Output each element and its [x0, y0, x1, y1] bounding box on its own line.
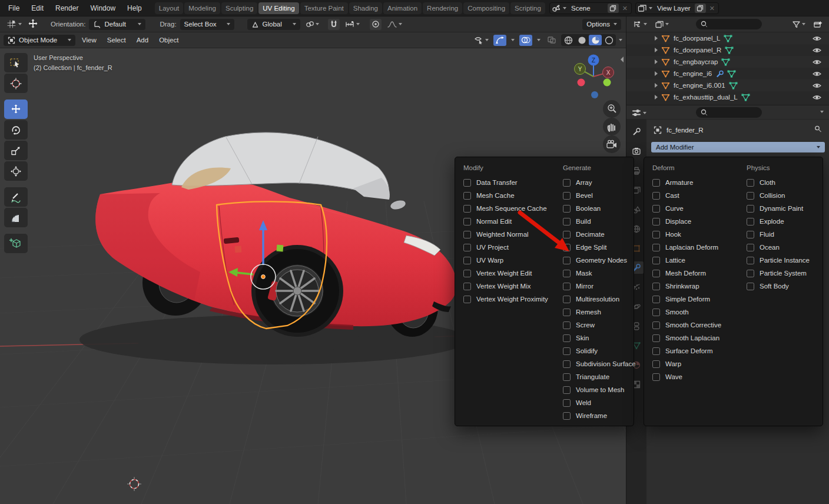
modifier-menu-item[interactable]: Smooth Laplacian — [644, 331, 738, 344]
modifier-menu-item[interactable]: Armature — [644, 176, 738, 189]
transform-tool[interactable] — [4, 161, 28, 181]
scene-selector[interactable]: Scene ✕ — [549, 2, 632, 14]
outliner-row[interactable]: fc_engine_i6 — [626, 68, 829, 79]
modifier-menu-item[interactable]: Simple Deform — [644, 293, 738, 306]
modifier-menu-item[interactable]: Boolean — [555, 202, 634, 215]
tab-render[interactable] — [629, 145, 644, 157]
modifier-menu-item[interactable]: Smooth — [644, 306, 738, 319]
modifier-menu-item[interactable]: Screw — [555, 319, 634, 331]
modifier-menu-item[interactable]: Mask — [555, 267, 634, 280]
modifier-menu-item[interactable]: Mesh Cache — [455, 189, 555, 202]
modifier-menu-item[interactable]: Fluid — [738, 228, 823, 241]
shading-material-button[interactable] — [589, 35, 602, 45]
modifier-menu-item[interactable]: Dynamic Paint — [738, 202, 823, 215]
proportional-editing-toggle[interactable] — [370, 19, 382, 30]
orientation-dropdown[interactable]: Default — [89, 19, 145, 30]
measure-tool[interactable] — [4, 208, 28, 227]
add-cube-tool[interactable] — [4, 234, 28, 253]
modifier-menu-item[interactable]: Soft Body — [738, 280, 823, 293]
select-box-tool[interactable] — [4, 53, 28, 72]
modifier-menu-item[interactable]: UV Warp — [455, 254, 555, 267]
modifier-menu-item[interactable]: Shrinkwrap — [644, 280, 738, 293]
menubar-item[interactable]: File — [2, 4, 25, 12]
modifier-menu-item[interactable]: Vertex Weight Mix — [455, 280, 555, 293]
pan-view-button[interactable] — [603, 118, 621, 135]
outliner-filter-dropdown[interactable] — [790, 19, 807, 30]
expand-arrow-icon[interactable] — [655, 95, 658, 100]
modifier-menu-item[interactable]: UV Project — [455, 241, 555, 254]
snap-settings-dropdown[interactable] — [343, 19, 362, 30]
modifier-menu-item[interactable]: Curve — [644, 202, 738, 215]
modifier-menu-item[interactable]: Lattice — [644, 254, 738, 267]
modifier-menu-item[interactable]: Particle System — [738, 267, 823, 280]
shading-rendered-button[interactable] — [602, 35, 615, 45]
workspace-tab[interactable]: Texture Paint — [300, 2, 348, 14]
expand-arrow-icon[interactable] — [655, 71, 658, 76]
visibility-dropdown[interactable] — [472, 35, 490, 46]
workspace-tab[interactable]: Modeling — [184, 2, 220, 14]
modifier-menu-item[interactable]: Weighted Normal — [455, 228, 555, 241]
pin-icon[interactable] — [814, 125, 823, 134]
workspace-tab[interactable]: Shading — [349, 2, 382, 14]
menubar-item[interactable]: Render — [49, 4, 84, 12]
modifier-menu-item[interactable]: Data Transfer — [455, 176, 555, 189]
drag-dropdown[interactable]: Select Box — [180, 19, 234, 30]
menubar-item[interactable]: Edit — [25, 4, 49, 12]
modifier-menu-item[interactable]: Edge Split — [555, 241, 634, 254]
xray-toggle[interactable] — [545, 35, 558, 46]
visibility-eye-icon[interactable] — [812, 70, 822, 78]
modifier-menu-item[interactable]: Skin — [555, 331, 634, 344]
view-layer-selector[interactable]: View Layer ✕ — [635, 2, 719, 14]
modifier-menu-item[interactable]: Particle Instance — [738, 254, 823, 267]
navigation-gizmo[interactable]: Z Y X — [566, 49, 623, 102]
menubar-item[interactable]: Window — [84, 4, 121, 12]
modifier-menu-item[interactable]: Volume to Mesh — [555, 383, 634, 396]
modifier-menu-item[interactable]: Mirror — [555, 280, 634, 293]
cursor-tool[interactable] — [4, 74, 28, 93]
modifier-menu-item[interactable]: Explode — [738, 215, 823, 228]
modifier-menu-item[interactable]: Mesh Deform — [644, 267, 738, 280]
options-dropdown[interactable]: Options — [582, 19, 621, 30]
modifier-menu-item[interactable]: Normal Edit — [455, 215, 555, 228]
visibility-eye-icon[interactable] — [812, 94, 822, 101]
editor-type-dropdown[interactable] — [630, 107, 648, 118]
pivot-point-dropdown[interactable] — [304, 19, 321, 30]
modifier-menu-item[interactable]: Mesh Sequence Cache — [455, 202, 555, 215]
modifier-menu-item[interactable]: Triangulate — [555, 370, 634, 383]
visibility-eye-icon[interactable] — [812, 58, 822, 66]
expand-arrow-icon[interactable] — [655, 36, 658, 41]
workspace-tab[interactable]: Scripting — [510, 2, 545, 14]
modifier-menu-item[interactable]: Geometry Nodes — [555, 254, 634, 267]
tab-tool[interactable] — [629, 125, 644, 138]
viewport-menu-item[interactable]: View — [77, 37, 102, 44]
annotate-tool[interactable] — [4, 187, 28, 207]
modifier-menu-item[interactable]: Laplacian Deform — [644, 241, 738, 254]
gizmos-dropdown[interactable] — [509, 35, 516, 46]
workspace-tab[interactable]: Layout — [155, 2, 184, 14]
workspace-tab[interactable]: UV Editing — [258, 2, 299, 14]
modifier-menu-item[interactable]: Cloth — [738, 176, 823, 189]
gizmos-toggle[interactable] — [493, 35, 506, 46]
move-tool[interactable] — [4, 100, 28, 119]
modifier-menu-item[interactable]: Vertex Weight Proximity — [455, 293, 555, 306]
new-scene-button[interactable] — [608, 4, 619, 13]
snap-toggle[interactable] — [328, 19, 340, 30]
modifier-menu-item[interactable]: Remesh — [555, 306, 634, 319]
outliner-row[interactable]: fc_engine_i6.001 — [626, 79, 829, 91]
viewport-menu-item[interactable]: Add — [131, 37, 154, 44]
outliner-row[interactable]: fc_exhausttip_dual_L — [626, 91, 829, 103]
overlays-dropdown[interactable] — [535, 35, 542, 46]
active-tool-dropdown[interactable] — [5, 19, 24, 30]
modifier-menu-item[interactable]: Array — [555, 176, 634, 189]
expand-arrow-icon[interactable] — [655, 59, 658, 64]
outliner-row[interactable]: fc_doorpanel_L — [626, 32, 829, 44]
shading-wireframe-button[interactable] — [562, 35, 575, 45]
modifier-menu-item[interactable]: Bevel — [555, 189, 634, 202]
chevron-down-icon[interactable] — [820, 111, 824, 113]
proportional-falloff-dropdown[interactable] — [385, 19, 404, 30]
expand-arrow-icon[interactable] — [655, 83, 658, 88]
collapse-sidebar-icon[interactable] — [621, 57, 624, 62]
outliner-row[interactable]: fc_engbaycrap — [626, 56, 829, 68]
add-modifier-button[interactable]: Add Modifier — [651, 142, 825, 152]
properties-search[interactable] — [696, 107, 762, 118]
